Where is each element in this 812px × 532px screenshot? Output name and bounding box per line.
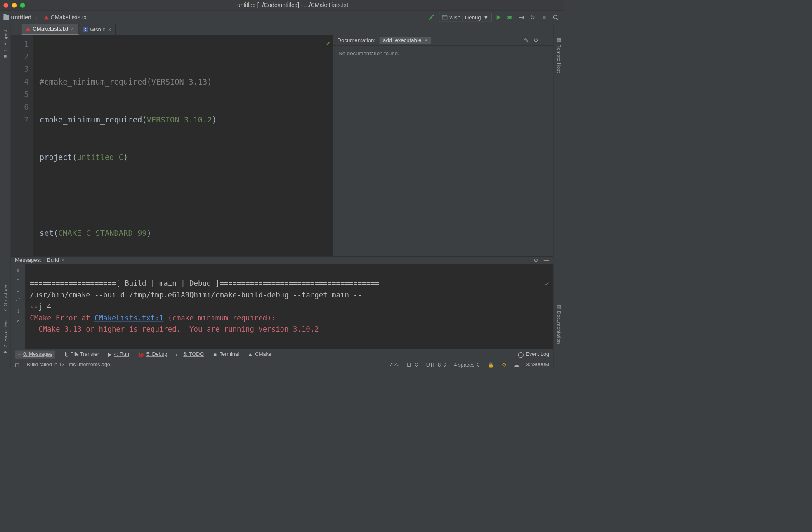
documentation-tool-button[interactable]: ▤ Documentation bbox=[556, 304, 562, 344]
debug-tool-button[interactable]: 🐞 5: Debug bbox=[138, 351, 168, 358]
status-message: Build failed in 131 ms (moments ago) bbox=[27, 362, 112, 368]
tab-label: wish.c bbox=[90, 26, 106, 33]
structure-tool-button[interactable]: 7: Structure bbox=[2, 285, 8, 312]
hide-tool-windows-icon[interactable]: ◻ bbox=[15, 362, 19, 368]
favorites-tool-button[interactable]: ★2: Favorites bbox=[2, 320, 8, 355]
messages-build-tab[interactable]: Build✕ bbox=[47, 257, 65, 263]
status-bar: ◻ Build failed in 131 ms (moments ago) 7… bbox=[11, 360, 553, 370]
left-tool-strip: ■1: Project 7: Structure ★2: Favorites bbox=[0, 24, 11, 370]
cmake-file-icon bbox=[44, 15, 49, 19]
application-icon bbox=[442, 15, 448, 19]
file-encoding[interactable]: UTF-8 ⇕ bbox=[426, 362, 446, 368]
down-arrow-icon[interactable]: ↓ bbox=[17, 287, 19, 294]
event-log-button[interactable]: ◯ Event Log bbox=[518, 351, 549, 358]
close-window-icon[interactable] bbox=[3, 3, 8, 8]
edit-icon[interactable]: ✎ bbox=[524, 37, 529, 44]
stop-button[interactable]: ■ bbox=[539, 12, 549, 22]
documentation-body: No documentation found. bbox=[333, 46, 553, 256]
tab-cmakelists[interactable]: CMakeLists.txt ✕ bbox=[22, 24, 79, 35]
settings-sync-icon[interactable]: ⚙ bbox=[502, 362, 506, 368]
debug-button[interactable] bbox=[505, 12, 515, 22]
c-file-icon: c bbox=[83, 27, 88, 32]
navigation-bar: untitled 〉 CMakeLists.txt wish | Debug ▼… bbox=[0, 11, 564, 24]
breadcrumb-file[interactable]: CMakeLists.txt bbox=[50, 14, 88, 21]
messages-output[interactable]: ====================[ Build | main | Deb… bbox=[25, 264, 553, 349]
stop-icon[interactable]: ■ bbox=[16, 267, 19, 273]
run-configuration-selector[interactable]: wish | Debug ▼ bbox=[439, 13, 492, 22]
todo-tool-button[interactable]: ≔ 6: TODO bbox=[176, 351, 204, 358]
breadcrumb-project[interactable]: untitled bbox=[11, 14, 31, 21]
up-arrow-icon[interactable]: ↑ bbox=[17, 277, 19, 284]
file-transfer-tool-button[interactable]: ⇅ File Transfer bbox=[64, 351, 99, 358]
line-separator[interactable]: LF ⇕ bbox=[407, 362, 419, 368]
close-tab-icon[interactable]: ✕ bbox=[71, 26, 74, 32]
gear-icon[interactable]: ⚙ bbox=[533, 257, 538, 264]
terminal-tool-button[interactable]: ▣ Terminal bbox=[212, 351, 239, 358]
folder-icon bbox=[3, 15, 9, 19]
bottom-tool-strip: ≡ 0: Messages ⇅ File Transfer ▶ 4: Run 🐞… bbox=[11, 349, 553, 360]
run-button[interactable] bbox=[493, 12, 503, 22]
svg-point-9 bbox=[553, 15, 557, 19]
inspection-ok-icon[interactable]: ✔ bbox=[326, 37, 330, 50]
documentation-symbol[interactable]: add_executable✕ bbox=[380, 37, 431, 44]
attach-button[interactable]: ⇥ bbox=[517, 12, 526, 22]
documentation-label: Documentation: bbox=[338, 37, 375, 43]
svg-point-2 bbox=[508, 16, 512, 19]
breadcrumb-separator-icon: 〉 bbox=[35, 14, 41, 21]
svg-line-7 bbox=[508, 18, 509, 18]
editor-tabs: CMakeLists.txt ✕ c wish.c ✕ bbox=[22, 24, 553, 35]
remote-host-tool-button[interactable]: ▤ Remote Host bbox=[556, 37, 562, 73]
lock-icon[interactable]: 🔒 bbox=[488, 362, 494, 368]
right-tool-strip: ▤ Remote Host ▤ Documentation bbox=[553, 24, 564, 370]
window-title: untitled [~/Code/untitled] - .../CMakeLi… bbox=[25, 2, 560, 9]
svg-line-5 bbox=[508, 16, 509, 16]
run-config-label: wish | Debug bbox=[450, 14, 481, 20]
svg-line-10 bbox=[557, 18, 558, 20]
close-tab-icon[interactable]: ✕ bbox=[108, 27, 111, 32]
soft-wrap-icon[interactable]: ⏎ bbox=[16, 297, 21, 304]
remote-host-status-icon[interactable]: ☁ bbox=[514, 362, 519, 368]
svg-line-6 bbox=[511, 16, 512, 16]
cmake-tool-button[interactable]: ▲ CMake bbox=[248, 351, 271, 358]
scroll-to-end-icon[interactable]: ⤓ bbox=[16, 307, 21, 314]
minimize-panel-icon[interactable]: — bbox=[544, 257, 549, 264]
search-everywhere-button[interactable] bbox=[551, 12, 561, 22]
messages-panel: Messages: Build✕ ⚙ — ■ ↑ ↓ ⏎ ⤓ » bbox=[11, 256, 553, 349]
svg-line-8 bbox=[511, 18, 512, 18]
chevron-down-icon: ▼ bbox=[483, 14, 489, 20]
messages-tool-button[interactable]: ≡ 0: Messages bbox=[15, 350, 55, 358]
cmake-file-icon bbox=[26, 27, 31, 31]
indent-setting[interactable]: 4 spaces ⇕ bbox=[454, 362, 480, 368]
minimize-window-icon[interactable] bbox=[12, 3, 17, 8]
svg-rect-1 bbox=[442, 15, 448, 16]
documentation-panel: Documentation: add_executable✕ ✎ ⚙ — No … bbox=[333, 35, 553, 256]
tab-wish-c[interactable]: c wish.c ✕ bbox=[79, 24, 116, 35]
minimize-panel-icon[interactable]: — bbox=[544, 37, 549, 44]
caret-position[interactable]: 7:20 bbox=[389, 362, 399, 368]
gear-icon[interactable]: ⚙ bbox=[533, 37, 538, 44]
run-tool-button[interactable]: ▶ 4: Run bbox=[108, 351, 129, 358]
code-area[interactable]: ✔ #cmake_minimum_required(VERSION 3.13) … bbox=[33, 35, 333, 256]
rerun-button[interactable]: ↻ bbox=[528, 12, 538, 22]
titlebar: untitled [~/Code/untitled] - .../CMakeLi… bbox=[0, 0, 564, 11]
messages-title: Messages: bbox=[15, 257, 41, 263]
code-editor[interactable]: 1 2 3 4 5 6 7 ✔ #cmake_minimum_required(… bbox=[11, 35, 333, 256]
memory-indicator[interactable]: 32/8000M bbox=[526, 362, 549, 368]
tab-label: CMakeLists.txt bbox=[33, 26, 68, 32]
expand-icon[interactable]: » bbox=[17, 318, 20, 324]
soft-wrap-marker-icon: ↙ bbox=[545, 277, 549, 289]
project-tool-button[interactable]: ■1: Project bbox=[2, 30, 8, 59]
line-number-gutter: 1 2 3 4 5 6 7 bbox=[11, 35, 33, 256]
breadcrumb[interactable]: untitled 〉 CMakeLists.txt bbox=[3, 14, 88, 21]
zoom-window-icon[interactable] bbox=[20, 3, 25, 8]
close-icon[interactable]: ✕ bbox=[424, 38, 427, 42]
error-file-link[interactable]: CMakeLists.txt:1 bbox=[94, 314, 163, 322]
messages-side-toolbar: ■ ↑ ↓ ⏎ ⤓ » bbox=[11, 264, 25, 349]
build-button[interactable] bbox=[426, 12, 436, 22]
